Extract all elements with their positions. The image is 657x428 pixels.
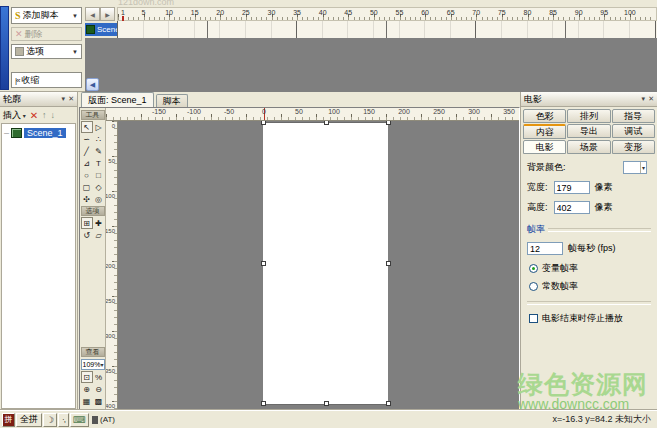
tree-expander[interactable]: – <box>4 128 9 138</box>
radio-icon[interactable] <box>529 282 538 291</box>
bg-color-picker[interactable]: ▾ <box>623 161 647 174</box>
zoom-tool-icon[interactable]: ◎ <box>93 193 105 205</box>
fill-tool-icon[interactable]: ⊿ <box>81 157 93 169</box>
reshape-option-icon[interactable]: ⊞ <box>81 217 93 229</box>
docked-panel-strip[interactable] <box>0 6 9 90</box>
collapse-button[interactable]: |« 收缩 <box>11 72 82 88</box>
move-up-button[interactable]: ↑ <box>42 110 47 120</box>
width-label: 宽度: <box>527 181 548 194</box>
frame-number: 5 <box>142 9 146 16</box>
frame-ruler[interactable]: 1510152025303540455055606570758085909510… <box>117 7 657 21</box>
ellipse-tool-icon[interactable]: ○ <box>81 169 93 181</box>
subselect-tool-icon[interactable]: ▷ <box>93 121 105 133</box>
text-tool-icon[interactable]: T <box>93 157 105 169</box>
ime-suffix-text: (AT) <box>100 415 115 424</box>
outline-tree[interactable]: – Scene_1 <box>1 123 76 409</box>
stage-handle[interactable] <box>386 121 391 125</box>
select-tool-icon[interactable]: ↖ <box>81 121 93 133</box>
ime-logo-icon[interactable]: 拼 <box>2 413 15 427</box>
radio-selected-icon[interactable] <box>529 264 538 273</box>
tab-export[interactable]: 导出 <box>567 124 610 138</box>
roundrect-tool-icon[interactable]: ▢ <box>81 181 93 193</box>
tree-item-scene[interactable]: – Scene_1 <box>2 128 75 138</box>
lasso-tool-icon[interactable]: ∽ <box>81 133 93 145</box>
movie-panel-title: 电影 <box>524 93 542 106</box>
timeline-scene-row[interactable]: Scene_1 <box>85 23 117 36</box>
stage-handle[interactable] <box>324 401 329 406</box>
outline-panel-titlebar[interactable]: 轮廓 ▾ ✕ <box>0 92 77 107</box>
move-down-button[interactable]: ↓ <box>51 110 56 120</box>
zoom-level-dropdown[interactable]: 109% ▾ <box>81 359 105 370</box>
pan-tool-icon[interactable]: ✣ <box>81 193 93 205</box>
zoom-in-icon[interactable]: ⊕ <box>81 383 93 395</box>
zoom-100-icon[interactable]: % <box>93 371 105 383</box>
stage-handle[interactable] <box>261 121 266 125</box>
tab-arrange[interactable]: 排列 <box>567 109 610 123</box>
v-ruler-label: 100 <box>106 193 115 199</box>
grid-snap-icon[interactable]: ▩ <box>93 395 105 407</box>
grid-show-icon[interactable]: ▦ <box>81 395 93 407</box>
horizontal-ruler[interactable]: -150-100-50050100150200250300350 <box>106 108 519 121</box>
timeline-prev-button[interactable]: ◀ <box>85 7 100 21</box>
skew-option-icon[interactable]: ▱ <box>93 229 105 241</box>
h-ruler-label: -50 <box>224 108 234 115</box>
rotate-option-icon[interactable]: ↺ <box>81 229 93 241</box>
checkbox-icon[interactable] <box>529 314 538 323</box>
pencil-tool-icon[interactable]: ✎ <box>93 145 105 157</box>
timeline-next-button[interactable]: ▶ <box>100 7 115 21</box>
ime-fullwidth-icon[interactable]: ☽ <box>43 413 57 427</box>
stop-at-end-option[interactable]: 电影结束时停止播放 <box>529 312 651 325</box>
motion-path-tool-icon[interactable]: ∴ <box>93 133 105 145</box>
tab-color[interactable]: 色彩 <box>523 109 566 123</box>
workspace-canvas[interactable] <box>118 121 519 409</box>
panel-close-icon[interactable]: ✕ <box>68 95 74 103</box>
tab-debug[interactable]: 调试 <box>612 124 655 138</box>
tab-scene[interactable]: 场景 <box>567 140 610 154</box>
constant-framerate-option[interactable]: 常数帧率 <box>529 280 651 293</box>
delete-script-button[interactable]: ✕ 删除 <box>11 27 82 41</box>
panel-rollup-icon[interactable]: ▾ <box>642 95 646 103</box>
tab-script[interactable]: 脚本 <box>156 94 188 107</box>
insert-button[interactable]: 插入 ▾ <box>3 109 26 122</box>
line-tool-icon[interactable]: ╱ <box>81 145 93 157</box>
movie-tabs: 色彩 排列 指导 内容 导出 调试 电影 场景 变形 <box>521 107 657 154</box>
vertical-ruler[interactable]: 050100150200250300350400 <box>106 121 118 409</box>
panel-close-icon[interactable]: ✕ <box>648 95 654 103</box>
script-options-dropdown[interactable]: 选项 ▼ <box>11 44 82 59</box>
stage-handle[interactable] <box>261 261 266 266</box>
zoom-out-icon[interactable]: ⊖ <box>93 383 105 395</box>
zoom-area-icon[interactable]: ⊡ <box>81 371 93 383</box>
movie-stage[interactable] <box>263 122 388 405</box>
movie-panel-titlebar[interactable]: 电影 ▾ ✕ <box>521 92 657 107</box>
tab-content[interactable]: 内容 <box>523 124 566 139</box>
height-input[interactable] <box>554 201 590 214</box>
tab-layout[interactable]: 版面: Scene_1 <box>81 92 154 107</box>
tab-guide[interactable]: 指导 <box>612 109 655 123</box>
ime-toolbar[interactable]: 拼 全拼 ☽ ·, ⌨ <box>2 412 89 428</box>
timeline-scroll-left-button[interactable]: ◀ <box>86 78 99 91</box>
ime-keyboard-icon[interactable]: ⌨ <box>70 413 89 427</box>
ime-method-label[interactable]: 全拼 <box>16 413 42 427</box>
status-bar: 拼 全拼 ☽ ·, ⌨ (AT) x=-16.3 y=84.2 未知大小 <box>0 410 657 428</box>
stage-handle[interactable] <box>261 401 266 406</box>
variable-framerate-option[interactable]: 变量帧率 <box>529 262 651 275</box>
add-script-button[interactable]: S 添加脚本 ▼ <box>11 7 82 24</box>
transform-option-icon[interactable]: ✚ <box>93 217 105 229</box>
panel-rollup-icon[interactable]: ▾ <box>62 95 66 103</box>
stage-handle[interactable] <box>324 121 329 125</box>
canvas-tabs: 版面: Scene_1 脚本 <box>78 92 520 107</box>
tab-movie[interactable]: 电影 <box>523 140 566 154</box>
tab-transform[interactable]: 变形 <box>612 140 655 154</box>
frame-number: 70 <box>472 9 480 16</box>
fps-input[interactable] <box>527 242 563 255</box>
stage-handle[interactable] <box>386 401 391 406</box>
delete-item-button[interactable]: ✕ <box>30 110 38 121</box>
autoshape-tool-icon[interactable]: ◇ <box>93 181 105 193</box>
frame-number: 60 <box>421 9 429 16</box>
timeline-track[interactable] <box>117 21 657 39</box>
rect-tool-icon[interactable]: □ <box>93 169 105 181</box>
width-input[interactable] <box>554 181 590 194</box>
framerate-group-title: 帧率 <box>527 223 651 236</box>
stage-handle[interactable] <box>386 261 391 266</box>
ime-punctuation-icon[interactable]: ·, <box>58 413 69 427</box>
